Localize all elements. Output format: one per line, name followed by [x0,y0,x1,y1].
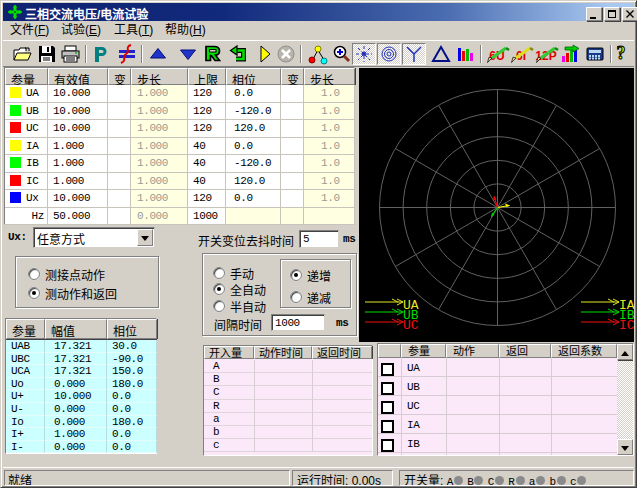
svg-text:IC: IC [619,318,634,333]
svg-text:UC: UC [403,318,419,333]
